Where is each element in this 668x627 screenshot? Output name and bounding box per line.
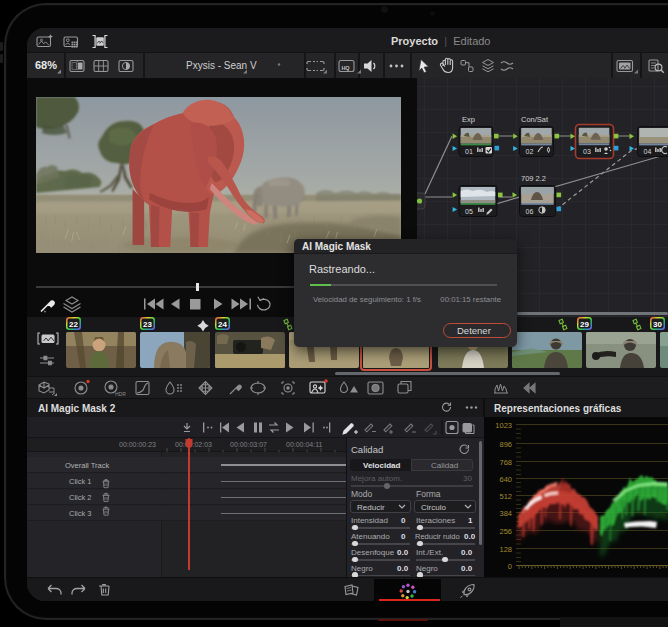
svg-text:03: 03: [583, 148, 591, 155]
svg-text:Con/Sat: Con/Sat: [521, 115, 549, 124]
svg-text:22: 22: [69, 320, 78, 329]
svg-text:06: 06: [526, 208, 534, 215]
svg-text:1023: 1023: [495, 421, 512, 430]
svg-text:128: 128: [499, 545, 512, 554]
svg-text:24: 24: [218, 320, 227, 329]
svg-text:384: 384: [499, 509, 512, 518]
svg-text:02: 02: [526, 148, 534, 155]
svg-text:768: 768: [499, 458, 512, 467]
svg-text:01: 01: [465, 148, 473, 155]
svg-text:HQ: HQ: [341, 65, 350, 71]
svg-text:256: 256: [499, 527, 512, 536]
svg-text:896: 896: [499, 440, 512, 449]
svg-text:640: 640: [499, 475, 512, 484]
svg-text:709 2.2: 709 2.2: [521, 174, 546, 183]
svg-text:05: 05: [465, 208, 473, 215]
svg-text:Exp: Exp: [462, 115, 475, 124]
svg-text:512: 512: [499, 492, 512, 501]
svg-text:HDR: HDR: [115, 391, 126, 397]
svg-text:23: 23: [143, 320, 152, 329]
svg-text:0: 0: [508, 562, 512, 571]
svg-text:04: 04: [644, 148, 652, 155]
svg-text:30: 30: [653, 320, 662, 329]
svg-text:29: 29: [580, 320, 589, 329]
